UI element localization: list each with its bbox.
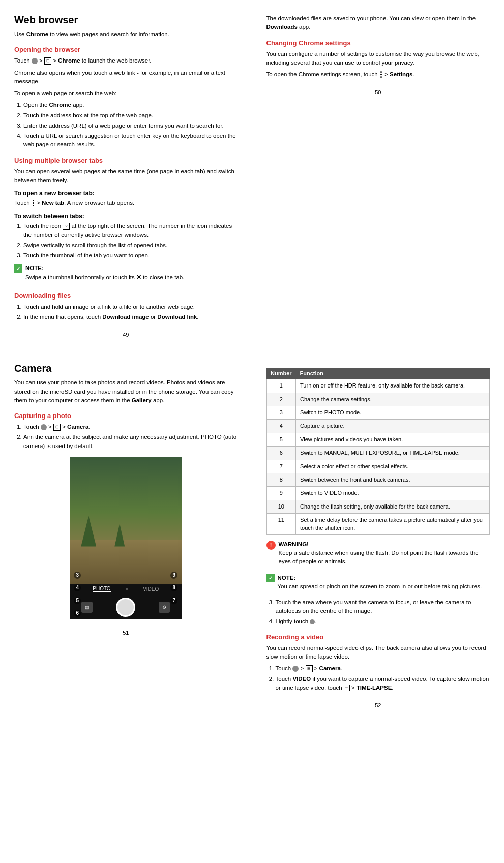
- cam-label-4: 4: [74, 584, 81, 591]
- page-51-title: Camera: [14, 363, 238, 374]
- table-cell-number: 6: [266, 447, 296, 460]
- cam-gallery-btn[interactable]: ▤: [81, 602, 93, 613]
- page-number-49: 49: [14, 332, 238, 338]
- note-icon-2: ✓: [266, 574, 275, 582]
- capturing-steps: Touch > ⊞ > Camera. Aim the camera at th…: [23, 423, 238, 451]
- section-multiple-tabs-title: Using multiple browser tabs: [14, 157, 238, 164]
- note-box-1: ✓ NOTE: Swipe a thumbnail horizontally o…: [14, 264, 238, 285]
- page51-intro: You can use your phone to take photos an…: [14, 378, 238, 405]
- page-number-50: 50: [266, 89, 490, 95]
- table-cell-number: 9: [266, 487, 296, 500]
- camera-mockup: 1 2 11 10 PHOTO • VIDEO: [70, 457, 182, 619]
- note-icon: ✓: [14, 264, 22, 273]
- new-tab-para: Touch > New tab. A new browser tab opens…: [14, 199, 238, 207]
- table-cell-number: 2: [266, 393, 296, 406]
- menu-dots-icon-2: [380, 71, 382, 78]
- cam-label-3: 3: [74, 572, 81, 579]
- table-cell-number: 1: [266, 379, 296, 393]
- step-item: Aim the camera at the subject and make a…: [23, 433, 238, 451]
- table-cell-number: 3: [266, 406, 296, 420]
- photo-mode-label: PHOTO: [93, 586, 110, 592]
- table-cell-function: Change the flash setting, only available…: [296, 500, 490, 513]
- section-opening-browser-title: Opening the browser: [14, 46, 238, 53]
- step-item: Swipe vertically to scroll through the l…: [23, 241, 238, 250]
- document-spread: Web browser Use Chrome to view web pages…: [0, 0, 504, 719]
- page-50: The downloaded files are saved to your p…: [252, 0, 505, 348]
- cam-label-9: 9: [170, 572, 177, 579]
- step-item: Touch > ⊞ > Camera.: [23, 423, 238, 431]
- grid-icon: ⊞: [44, 57, 51, 65]
- opening-browser-para2: Chrome also opens when you touch a web l…: [14, 69, 238, 86]
- step-item: Touch > ⊞ > Camera.: [276, 664, 490, 673]
- cam-gallery-icon: ▤: [85, 605, 90, 610]
- cam-label-8: 8: [170, 584, 177, 591]
- page-49: Web browser Use Chrome to view web pages…: [0, 0, 252, 348]
- photo-video-bar: PHOTO • VIDEO: [70, 584, 182, 595]
- opening-browser-para1: Touch > ⊞ > Chrome to launch the web bro…: [14, 56, 238, 65]
- shutter-dot-icon: [310, 619, 315, 624]
- warning-box: ! WARNING! Keep a safe distance when usi…: [266, 540, 490, 570]
- note-text-2: NOTE: You can spread or pinch on the scr…: [278, 574, 482, 591]
- dot-separator: •: [126, 586, 128, 592]
- camera-screen: [70, 457, 182, 595]
- chrome-settings-para1: You can configure a number of settings t…: [266, 50, 490, 68]
- camera-functions-table: Number Function 1Turn on or off the HDR …: [266, 368, 490, 535]
- note-text-1: NOTE: Swipe a thumbnail horizontally or …: [25, 264, 184, 282]
- grid-icon-3: ⊞: [306, 665, 313, 672]
- table-cell-function: Capture a picture.: [296, 420, 490, 433]
- section-downloading-title: Downloading files: [14, 292, 238, 300]
- table-header-function: Function: [296, 368, 490, 379]
- page-52: Number Function 1Turn on or off the HDR …: [252, 348, 505, 719]
- tab-count-icon: 2: [63, 223, 70, 230]
- opening-browser-para3: To open a web page or search the web:: [14, 89, 238, 98]
- step-item: Touch the address box at the top of the …: [23, 111, 238, 120]
- bottom-spread: Camera You can use your phone to take ph…: [0, 348, 504, 719]
- step-item: Open the Chrome app.: [23, 101, 238, 109]
- cam-settings-icon: ⚙: [162, 605, 166, 610]
- table-cell-function: Switch between the front and back camera…: [296, 473, 490, 486]
- cam-label-5: 5: [74, 597, 81, 604]
- page-49-intro: Use Chrome to view web pages and search …: [14, 30, 238, 39]
- table-cell-number: 10: [266, 500, 296, 513]
- cam-settings-btn[interactable]: ⚙: [159, 602, 170, 613]
- home-icon-2: [41, 424, 47, 430]
- menu-dots-icon: [33, 200, 34, 206]
- step-item: In the menu that opens, touch Download i…: [23, 313, 238, 321]
- step-item: Touch VIDEO if you want to capture a nor…: [276, 675, 490, 693]
- cam-label-7: 7: [170, 597, 177, 604]
- table-cell-number: 4: [266, 420, 296, 433]
- table-cell-function: Switch to VIDEO mode.: [296, 487, 490, 500]
- table-cell-number: 11: [266, 514, 296, 535]
- cam-shutter-btn[interactable]: [116, 598, 135, 617]
- page-51: Camera You can use your phone to take ph…: [0, 348, 252, 719]
- capture-steps-cont: Touch the area where you want the camera…: [276, 598, 490, 626]
- page50-intro: The downloaded files are saved to your p…: [266, 14, 490, 32]
- downloading-steps: Touch and hold an image or a link to a f…: [23, 303, 238, 322]
- table-cell-function: Switch to MANUAL, MULTI EXPOSURE, or TIM…: [296, 447, 490, 460]
- grid-icon-2: ⊞: [53, 424, 61, 431]
- top-spread: Web browser Use Chrome to view web pages…: [0, 0, 504, 348]
- home-icon: [32, 58, 38, 64]
- table-cell-function: Set a time delay before the camera takes…: [296, 514, 490, 535]
- note-box-2: ✓ NOTE: You can spread or pinch on the s…: [266, 574, 490, 594]
- table-cell-function: Turn on or off the HDR feature, only ava…: [296, 379, 490, 393]
- warning-icon: !: [266, 541, 276, 550]
- switch-tabs-steps: Touch the icon 2 at the top right of the…: [23, 222, 238, 260]
- multiple-tabs-para1: You can open several web pages at the sa…: [14, 167, 238, 185]
- chrome-settings-para2: To open the Chrome settings screen, touc…: [266, 70, 490, 79]
- recording-video-title: Recording a video: [266, 633, 490, 641]
- opening-browser-steps: Open the Chrome app. Touch the address b…: [23, 101, 238, 149]
- page-49-title: Web browser: [14, 14, 238, 26]
- table-cell-function: View pictures and videos you have taken.: [296, 433, 490, 446]
- step-item: Enter the address (URL) of a web page or…: [23, 122, 238, 130]
- table-cell-function: Switch to PHOTO mode.: [296, 406, 490, 420]
- video-mode-label: VIDEO: [143, 586, 159, 592]
- page-number-51: 51: [14, 630, 238, 636]
- step-item: Touch the thumbnail of the tab you want …: [23, 251, 238, 260]
- cam-label-6: 6: [74, 610, 81, 617]
- step-item: Lightly touch .: [276, 617, 490, 626]
- recording-video-steps: Touch > ⊞ > Camera. Touch VIDEO if you w…: [276, 664, 490, 692]
- warning-text: WARNING! Keep a safe distance when using…: [279, 540, 490, 567]
- table-cell-function: Change the camera settings.: [296, 393, 490, 406]
- section-chrome-settings-title: Changing Chrome settings: [266, 39, 490, 47]
